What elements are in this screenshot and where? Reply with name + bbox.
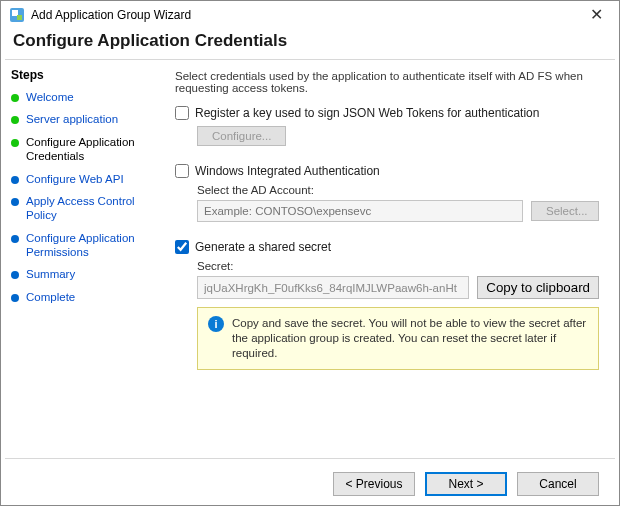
page-header: Configure Application Credentials [1, 25, 619, 59]
ad-account-field[interactable] [197, 200, 523, 222]
jwt-label: Register a key used to sign JSON Web Tok… [195, 106, 539, 120]
footer: < Previous Next > Cancel [5, 458, 615, 506]
window-title: Add Application Group Wizard [31, 8, 581, 22]
step-permissions[interactable]: Configure Application Permissions [11, 231, 161, 260]
shared-secret-checkbox[interactable] [175, 240, 189, 254]
step-label: Apply Access Control Policy [26, 194, 161, 223]
step-label: Configure Application Permissions [26, 231, 161, 260]
steps-sidebar: Steps Welcome Server application Configu… [1, 60, 169, 458]
step-configure-credentials[interactable]: Configure Application Credentials [11, 135, 161, 164]
svg-rect-2 [17, 15, 22, 20]
step-complete[interactable]: Complete [11, 290, 161, 304]
step-bullet-current-icon [11, 139, 19, 147]
info-icon: i [208, 316, 224, 332]
section-jwt: Register a key used to sign JSON Web Tok… [175, 106, 599, 146]
main-panel: Select credentials used by the applicati… [169, 60, 619, 458]
cancel-button[interactable]: Cancel [517, 472, 599, 496]
section-wia: Windows Integrated Authentication Select… [175, 164, 599, 222]
info-text: Copy and save the secret. You will not b… [232, 316, 588, 361]
step-label: Server application [26, 112, 118, 126]
step-bullet-todo-icon [11, 198, 19, 206]
section-shared-secret: Generate a shared secret Secret: Copy to… [175, 240, 599, 370]
info-panel: i Copy and save the secret. You will not… [197, 307, 599, 370]
title-bar: Add Application Group Wizard ✕ [1, 1, 619, 25]
step-label: Configure Application Credentials [26, 135, 161, 164]
shared-secret-label: Generate a shared secret [195, 240, 331, 254]
step-bullet-todo-icon [11, 271, 19, 279]
step-configure-web-api[interactable]: Configure Web API [11, 172, 161, 186]
jwt-checkbox[interactable] [175, 106, 189, 120]
jwt-configure-button[interactable]: Configure... [197, 126, 286, 146]
step-access-control[interactable]: Apply Access Control Policy [11, 194, 161, 223]
intro-text: Select credentials used by the applicati… [175, 70, 599, 94]
step-bullet-todo-icon [11, 294, 19, 302]
step-label: Configure Web API [26, 172, 124, 186]
next-button[interactable]: Next > [425, 472, 507, 496]
step-bullet-done-icon [11, 94, 19, 102]
step-label: Summary [26, 267, 75, 281]
step-summary[interactable]: Summary [11, 267, 161, 281]
step-bullet-todo-icon [11, 176, 19, 184]
previous-button[interactable]: < Previous [333, 472, 415, 496]
wia-sublabel: Select the AD Account: [197, 184, 599, 196]
secret-field[interactable] [197, 276, 469, 299]
close-icon[interactable]: ✕ [581, 7, 611, 23]
steps-header: Steps [11, 68, 161, 82]
app-icon [9, 7, 25, 23]
step-label: Complete [26, 290, 75, 304]
step-welcome[interactable]: Welcome [11, 90, 161, 104]
step-label: Welcome [26, 90, 74, 104]
secret-sublabel: Secret: [197, 260, 599, 272]
step-bullet-done-icon [11, 116, 19, 124]
wia-checkbox[interactable] [175, 164, 189, 178]
step-bullet-todo-icon [11, 235, 19, 243]
copy-clipboard-button[interactable]: Copy to clipboard [477, 276, 599, 299]
page-title: Configure Application Credentials [13, 31, 607, 51]
step-server-application[interactable]: Server application [11, 112, 161, 126]
wia-label: Windows Integrated Authentication [195, 164, 380, 178]
select-account-button[interactable]: Select... [531, 201, 599, 221]
